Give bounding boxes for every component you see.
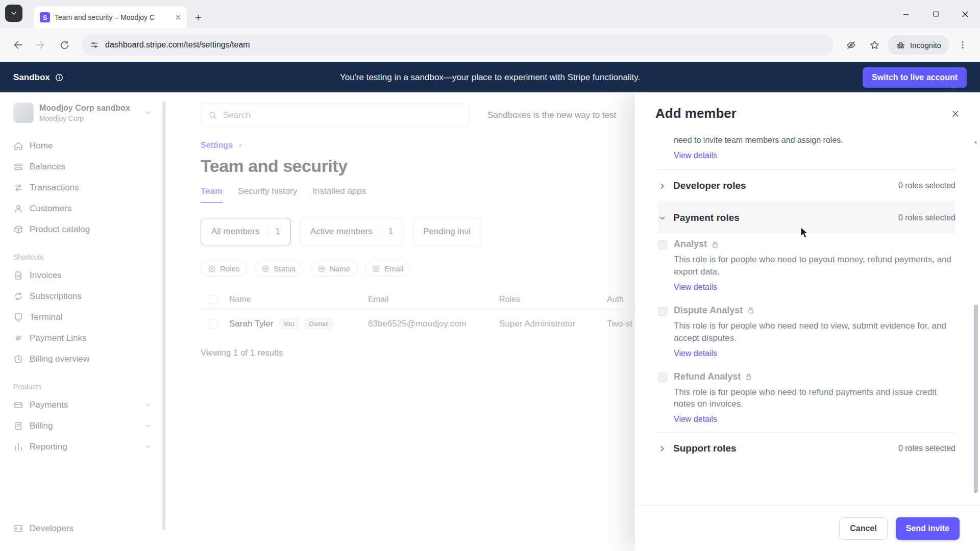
plus-circle-icon xyxy=(372,265,380,273)
tab-security-history[interactable]: Security history xyxy=(238,186,297,203)
send-invite-button[interactable]: Send invite xyxy=(896,517,960,540)
select-all-checkbox[interactable] xyxy=(209,295,218,304)
sidebar-item-transactions[interactable]: Transactions xyxy=(13,177,169,198)
sidebar-item-billing[interactable]: Billing xyxy=(13,415,169,436)
drawer-close-button[interactable] xyxy=(950,109,961,119)
minimize-button[interactable] xyxy=(891,0,921,28)
home-icon xyxy=(13,141,23,151)
search-icon xyxy=(208,111,217,120)
drawer-header: Add member xyxy=(635,92,980,132)
sidebar-scrollbar[interactable] xyxy=(162,102,165,530)
group-label: Payment roles xyxy=(673,212,740,223)
role-description: This role is for people who need need to… xyxy=(674,320,955,344)
role-view-details-link[interactable]: View details xyxy=(674,349,717,358)
scrollbar-up-arrow[interactable]: ▲ xyxy=(973,139,978,144)
cancel-button[interactable]: Cancel xyxy=(839,517,887,540)
chip-roles[interactable]: Roles xyxy=(201,261,247,277)
back-button[interactable] xyxy=(7,35,28,55)
sidebar-item-payment-links[interactable]: Payment Links xyxy=(13,328,169,348)
customers-icon xyxy=(13,204,23,214)
sidebar-item-label: Customers xyxy=(30,204,71,214)
incognito-badge: Incognito xyxy=(888,35,949,55)
tab-installed-apps[interactable]: Installed apps xyxy=(312,186,366,203)
switch-to-live-button[interactable]: Switch to live account xyxy=(863,67,967,88)
mouse-cursor xyxy=(800,227,812,240)
role-view-details-link[interactable]: View details xyxy=(674,415,717,424)
drawer-title: Add member xyxy=(655,106,737,121)
row-checkbox[interactable] xyxy=(209,319,218,329)
sidebar: Moodjoy Corp sandbox Moodjoy Corp Home B… xyxy=(0,92,169,551)
badge-owner: Owner xyxy=(304,318,333,329)
member-roles: Super Administrator xyxy=(499,319,607,329)
filter-count: 1 xyxy=(380,227,393,237)
role-checkbox-disabled[interactable] xyxy=(658,373,667,382)
filter-pending-invites[interactable]: Pending invi xyxy=(412,218,481,245)
search-input[interactable]: Search xyxy=(201,104,470,127)
filter-label: All members xyxy=(211,227,259,237)
eye-off-button[interactable] xyxy=(841,35,861,55)
tab-search-button[interactable] xyxy=(5,5,22,22)
plus-circle-icon xyxy=(261,265,270,273)
group-support-roles[interactable]: Support roles 0 roles selected xyxy=(658,433,955,464)
group-developer-roles[interactable]: Developer roles 0 roles selected xyxy=(658,170,955,202)
member-name: Sarah Tyler xyxy=(229,319,274,329)
close-window-button[interactable] xyxy=(950,0,980,28)
scrollbar-down-arrow[interactable]: ▼ xyxy=(973,489,978,494)
payment-links-icon xyxy=(13,333,23,343)
browser-tab[interactable]: S Team and security – Moodjoy C xyxy=(34,7,187,28)
sidebar-item-developers[interactable]: Developers xyxy=(13,518,169,539)
breadcrumb-settings-link[interactable]: Settings xyxy=(201,141,233,150)
sidebar-item-product-catalog[interactable]: Product catalog xyxy=(13,219,169,240)
sidebar-item-customers[interactable]: Customers xyxy=(13,198,169,219)
badge-you: You xyxy=(279,318,299,329)
sidebar-item-invoices[interactable]: Invoices xyxy=(13,265,169,286)
chip-name[interactable]: Name xyxy=(310,261,357,277)
sandbox-banner-left: Sandbox xyxy=(13,72,64,83)
sidebar-item-subscriptions[interactable]: Subscriptions xyxy=(13,286,169,307)
drawer-scrollbar-thumb[interactable] xyxy=(974,305,978,492)
address-bar[interactable]: dashboard.stripe.com/test/settings/team xyxy=(82,34,834,56)
filter-label: Active members xyxy=(310,227,373,237)
role-checkbox-disabled[interactable] xyxy=(658,240,667,249)
intro-view-details-link[interactable]: View details xyxy=(674,151,717,160)
sidebar-item-reporting[interactable]: Reporting xyxy=(13,436,169,457)
sidebar-item-label: Reporting xyxy=(30,442,67,452)
chevron-right-icon xyxy=(658,182,667,190)
maximize-button[interactable] xyxy=(921,0,950,28)
filter-all-members[interactable]: All members 1 xyxy=(201,218,291,245)
tab-close-icon[interactable] xyxy=(175,14,182,21)
back-arrow-icon xyxy=(12,39,23,51)
account-avatar xyxy=(13,103,34,123)
chip-email[interactable]: Email xyxy=(365,261,411,277)
role-description: This role is for people who need to refu… xyxy=(674,386,955,411)
sidebar-item-label: Home xyxy=(30,141,53,151)
chevron-right-icon xyxy=(237,142,244,149)
role-checkbox-disabled[interactable] xyxy=(658,307,667,316)
lock-icon xyxy=(747,306,755,314)
sidebar-item-balances[interactable]: Balances xyxy=(13,156,169,177)
kebab-menu-icon xyxy=(958,40,968,50)
sidebar-item-home[interactable]: Home xyxy=(13,135,169,156)
role-name-row: Refund Analyst xyxy=(674,371,955,382)
close-icon xyxy=(961,10,969,18)
lock-icon xyxy=(745,372,753,381)
sidebar-item-payments[interactable]: Payments xyxy=(13,394,169,415)
role-view-details-link[interactable]: View details xyxy=(674,283,717,292)
refresh-button[interactable] xyxy=(54,35,75,55)
browser-menu-button[interactable] xyxy=(952,35,973,55)
forward-button[interactable] xyxy=(31,35,51,55)
sidebar-item-terminal[interactable]: Terminal xyxy=(13,307,169,328)
sidebar-item-label: Transactions xyxy=(30,183,79,193)
tab-team[interactable]: Team xyxy=(201,186,223,203)
role-dispute-analyst: Dispute Analyst This role is for people … xyxy=(658,300,955,366)
account-switcher[interactable]: Moodjoy Corp sandbox Moodjoy Corp xyxy=(13,103,169,123)
chip-status[interactable]: Status xyxy=(254,261,303,277)
account-org: Moodjoy Corp xyxy=(39,114,138,122)
bookmark-button[interactable] xyxy=(864,35,885,55)
filter-active-members[interactable]: Active members 1 xyxy=(300,218,404,245)
plus-icon xyxy=(194,13,203,22)
chip-label: Name xyxy=(330,264,350,273)
sidebar-item-billing-overview[interactable]: Billing overview xyxy=(13,348,169,369)
new-tab-button[interactable] xyxy=(194,13,203,22)
developers-icon xyxy=(13,523,23,534)
